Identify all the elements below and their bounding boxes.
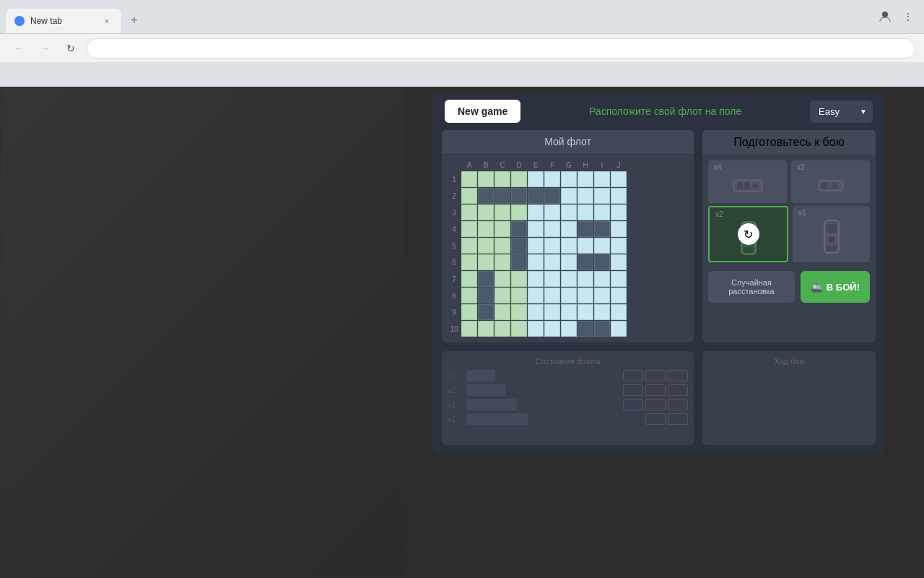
grid-cell[interactable] <box>528 171 544 187</box>
grid-cell[interactable] <box>544 171 560 187</box>
grid-cell[interactable] <box>528 238 544 254</box>
grid-cell[interactable] <box>561 204 577 220</box>
grid-cell[interactable] <box>561 321 577 337</box>
grid-cell[interactable] <box>561 288 577 303</box>
grid-cell[interactable] <box>544 238 560 254</box>
difficulty-select[interactable]: Easy Medium Hard <box>810 100 873 123</box>
grid-cell[interactable] <box>461 304 477 320</box>
grid-cell[interactable] <box>461 238 477 254</box>
grid-cell[interactable] <box>594 188 610 204</box>
grid-cell[interactable] <box>561 171 577 187</box>
grid-cell[interactable] <box>528 221 544 237</box>
grid-cell[interactable] <box>478 304 494 320</box>
grid-cell[interactable] <box>461 288 477 303</box>
grid-cell[interactable] <box>511 271 527 287</box>
tab-close-button[interactable]: × <box>101 15 113 27</box>
grid-cell[interactable] <box>611 288 627 303</box>
grid-cell[interactable] <box>611 321 627 337</box>
grid-cell[interactable] <box>544 254 560 270</box>
grid-cell[interactable] <box>594 171 610 187</box>
grid-cell[interactable] <box>594 271 610 287</box>
grid-cell[interactable] <box>461 171 477 187</box>
grid-cell[interactable] <box>511 321 527 337</box>
grid-cell[interactable] <box>611 254 627 270</box>
grid-cell[interactable] <box>561 271 577 287</box>
grid-cell[interactable] <box>611 171 627 187</box>
grid-cell[interactable] <box>511 204 527 220</box>
grid-cell[interactable] <box>478 221 494 237</box>
profile-icon[interactable] <box>875 7 895 27</box>
address-bar[interactable] <box>87 38 915 59</box>
grid-cell[interactable] <box>594 304 610 320</box>
grid-cell[interactable] <box>511 171 527 187</box>
grid-cell[interactable] <box>594 321 610 337</box>
grid-cell[interactable] <box>578 254 593 270</box>
active-tab[interactable]: New tab × <box>6 9 121 33</box>
grid-cell[interactable] <box>544 188 560 204</box>
grid-cell[interactable] <box>494 171 510 187</box>
menu-icon[interactable]: ⋮ <box>898 7 918 27</box>
grid-cell[interactable] <box>478 188 494 204</box>
refresh-button[interactable]: ↻ <box>61 38 81 59</box>
grid-cell[interactable] <box>511 288 527 303</box>
grid-cell[interactable] <box>561 254 577 270</box>
grid-cell[interactable] <box>611 271 627 287</box>
grid-cell[interactable] <box>611 204 627 220</box>
grid-cell[interactable] <box>494 321 510 337</box>
grid-cell[interactable] <box>461 204 477 220</box>
battle-button[interactable]: 🚢 В БОЙ! <box>801 271 870 303</box>
grid-cell[interactable] <box>478 254 494 270</box>
new-game-button[interactable]: New game <box>445 100 520 123</box>
grid-cell[interactable] <box>461 271 477 287</box>
grid-cell[interactable] <box>494 304 510 320</box>
grid-cell[interactable] <box>528 204 544 220</box>
grid-cell[interactable] <box>478 238 494 254</box>
ship-3deck[interactable]: x3 <box>791 160 870 203</box>
grid-cell[interactable] <box>461 221 477 237</box>
grid-cell[interactable] <box>511 188 527 204</box>
grid-cell[interactable] <box>494 288 510 303</box>
grid-cell[interactable] <box>528 271 544 287</box>
grid-cell[interactable] <box>561 304 577 320</box>
grid-cell[interactable] <box>494 221 510 237</box>
grid-cell[interactable] <box>478 271 494 287</box>
grid-cell[interactable] <box>578 188 593 204</box>
forward-button[interactable]: → <box>35 38 55 59</box>
grid-cell[interactable] <box>528 321 544 337</box>
grid-cell[interactable] <box>511 238 527 254</box>
grid-cell[interactable] <box>611 221 627 237</box>
grid-cell[interactable] <box>528 254 544 270</box>
grid-cell[interactable] <box>594 221 610 237</box>
new-tab-button[interactable]: + <box>124 10 144 30</box>
ship-4deck[interactable]: x4 <box>708 160 787 203</box>
grid-cell[interactable] <box>544 271 560 287</box>
grid-cell[interactable] <box>578 288 593 303</box>
grid-cell[interactable] <box>461 188 477 204</box>
grid-cell[interactable] <box>528 188 544 204</box>
grid-cell[interactable] <box>478 321 494 337</box>
grid-cell[interactable] <box>494 271 510 287</box>
grid-cell[interactable] <box>611 188 627 204</box>
grid-cell[interactable] <box>561 188 577 204</box>
grid-cell[interactable] <box>511 221 527 237</box>
grid-cell[interactable] <box>544 221 560 237</box>
grid-cell[interactable] <box>611 304 627 320</box>
grid-cell[interactable] <box>594 254 610 270</box>
ship-1deck[interactable]: x1 <box>793 206 870 262</box>
grid-cell[interactable] <box>478 171 494 187</box>
grid-cell[interactable] <box>478 204 494 220</box>
ship-2deck[interactable]: x2 ↻ <box>708 206 788 262</box>
grid-cell[interactable] <box>544 204 560 220</box>
grid-cell[interactable] <box>578 171 593 187</box>
grid-cell[interactable] <box>594 288 610 303</box>
grid-cell[interactable] <box>561 238 577 254</box>
grid-cell[interactable] <box>578 271 593 287</box>
grid-cell[interactable] <box>511 254 527 270</box>
grid-cell[interactable] <box>494 238 510 254</box>
grid-cell[interactable] <box>544 288 560 303</box>
grid-cell[interactable] <box>578 321 593 337</box>
grid-cell[interactable] <box>544 304 560 320</box>
random-placement-button[interactable]: Случайная расстановка <box>708 271 795 303</box>
grid-cell[interactable] <box>578 204 593 220</box>
rotate-button[interactable]: ↻ <box>738 223 759 245</box>
